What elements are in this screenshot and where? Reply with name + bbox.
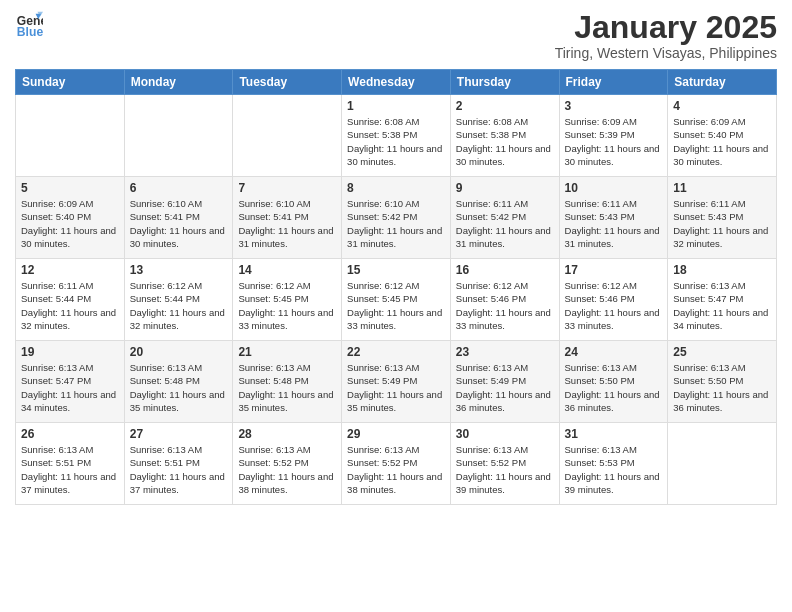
weekday-header-tuesday: Tuesday: [233, 70, 342, 95]
calendar-cell: [668, 423, 777, 505]
calendar-cell: [16, 95, 125, 177]
week-row-2: 5Sunrise: 6:09 AMSunset: 5:40 PMDaylight…: [16, 177, 777, 259]
logo-icon: General Blue: [15, 10, 43, 38]
day-number: 24: [565, 345, 663, 359]
calendar-cell: [124, 95, 233, 177]
day-number: 9: [456, 181, 554, 195]
day-info: Sunrise: 6:13 AMSunset: 5:53 PMDaylight:…: [565, 443, 663, 496]
day-info: Sunrise: 6:08 AMSunset: 5:38 PMDaylight:…: [456, 115, 554, 168]
day-number: 30: [456, 427, 554, 441]
day-info: Sunrise: 6:13 AMSunset: 5:50 PMDaylight:…: [673, 361, 771, 414]
day-info: Sunrise: 6:13 AMSunset: 5:52 PMDaylight:…: [456, 443, 554, 496]
weekday-header-saturday: Saturday: [668, 70, 777, 95]
day-number: 18: [673, 263, 771, 277]
day-number: 6: [130, 181, 228, 195]
day-info: Sunrise: 6:13 AMSunset: 5:52 PMDaylight:…: [347, 443, 445, 496]
day-number: 13: [130, 263, 228, 277]
calendar-cell: 23Sunrise: 6:13 AMSunset: 5:49 PMDayligh…: [450, 341, 559, 423]
day-number: 11: [673, 181, 771, 195]
day-info: Sunrise: 6:13 AMSunset: 5:47 PMDaylight:…: [673, 279, 771, 332]
day-info: Sunrise: 6:12 AMSunset: 5:46 PMDaylight:…: [456, 279, 554, 332]
day-number: 7: [238, 181, 336, 195]
calendar-cell: 26Sunrise: 6:13 AMSunset: 5:51 PMDayligh…: [16, 423, 125, 505]
calendar-cell: 15Sunrise: 6:12 AMSunset: 5:45 PMDayligh…: [342, 259, 451, 341]
day-info: Sunrise: 6:12 AMSunset: 5:45 PMDaylight:…: [347, 279, 445, 332]
day-info: Sunrise: 6:09 AMSunset: 5:40 PMDaylight:…: [673, 115, 771, 168]
calendar-cell: 14Sunrise: 6:12 AMSunset: 5:45 PMDayligh…: [233, 259, 342, 341]
day-number: 19: [21, 345, 119, 359]
day-info: Sunrise: 6:12 AMSunset: 5:46 PMDaylight:…: [565, 279, 663, 332]
day-number: 23: [456, 345, 554, 359]
calendar-cell: 1Sunrise: 6:08 AMSunset: 5:38 PMDaylight…: [342, 95, 451, 177]
svg-text:Blue: Blue: [17, 25, 43, 38]
day-info: Sunrise: 6:10 AMSunset: 5:42 PMDaylight:…: [347, 197, 445, 250]
calendar-cell: 28Sunrise: 6:13 AMSunset: 5:52 PMDayligh…: [233, 423, 342, 505]
day-number: 15: [347, 263, 445, 277]
day-info: Sunrise: 6:09 AMSunset: 5:39 PMDaylight:…: [565, 115, 663, 168]
calendar-cell: 19Sunrise: 6:13 AMSunset: 5:47 PMDayligh…: [16, 341, 125, 423]
day-number: 26: [21, 427, 119, 441]
day-number: 12: [21, 263, 119, 277]
day-info: Sunrise: 6:13 AMSunset: 5:47 PMDaylight:…: [21, 361, 119, 414]
calendar-cell: 4Sunrise: 6:09 AMSunset: 5:40 PMDaylight…: [668, 95, 777, 177]
calendar-cell: 22Sunrise: 6:13 AMSunset: 5:49 PMDayligh…: [342, 341, 451, 423]
day-number: 16: [456, 263, 554, 277]
day-number: 29: [347, 427, 445, 441]
week-row-1: 1Sunrise: 6:08 AMSunset: 5:38 PMDaylight…: [16, 95, 777, 177]
day-info: Sunrise: 6:13 AMSunset: 5:49 PMDaylight:…: [347, 361, 445, 414]
calendar-cell: 24Sunrise: 6:13 AMSunset: 5:50 PMDayligh…: [559, 341, 668, 423]
day-info: Sunrise: 6:11 AMSunset: 5:43 PMDaylight:…: [673, 197, 771, 250]
calendar-cell: 13Sunrise: 6:12 AMSunset: 5:44 PMDayligh…: [124, 259, 233, 341]
day-number: 4: [673, 99, 771, 113]
day-info: Sunrise: 6:13 AMSunset: 5:49 PMDaylight:…: [456, 361, 554, 414]
calendar-cell: 18Sunrise: 6:13 AMSunset: 5:47 PMDayligh…: [668, 259, 777, 341]
day-info: Sunrise: 6:11 AMSunset: 5:44 PMDaylight:…: [21, 279, 119, 332]
day-info: Sunrise: 6:08 AMSunset: 5:38 PMDaylight:…: [347, 115, 445, 168]
logo: General Blue: [15, 10, 43, 38]
calendar-cell: 2Sunrise: 6:08 AMSunset: 5:38 PMDaylight…: [450, 95, 559, 177]
calendar-cell: 17Sunrise: 6:12 AMSunset: 5:46 PMDayligh…: [559, 259, 668, 341]
day-number: 5: [21, 181, 119, 195]
day-number: 21: [238, 345, 336, 359]
calendar-cell: 6Sunrise: 6:10 AMSunset: 5:41 PMDaylight…: [124, 177, 233, 259]
day-number: 3: [565, 99, 663, 113]
calendar-cell: 30Sunrise: 6:13 AMSunset: 5:52 PMDayligh…: [450, 423, 559, 505]
page: General Blue January 2025 Tiring, Wester…: [0, 0, 792, 612]
calendar-cell: 5Sunrise: 6:09 AMSunset: 5:40 PMDaylight…: [16, 177, 125, 259]
week-row-4: 19Sunrise: 6:13 AMSunset: 5:47 PMDayligh…: [16, 341, 777, 423]
weekday-header-monday: Monday: [124, 70, 233, 95]
calendar-cell: 12Sunrise: 6:11 AMSunset: 5:44 PMDayligh…: [16, 259, 125, 341]
day-info: Sunrise: 6:11 AMSunset: 5:43 PMDaylight:…: [565, 197, 663, 250]
day-number: 22: [347, 345, 445, 359]
weekday-header-thursday: Thursday: [450, 70, 559, 95]
calendar-cell: 29Sunrise: 6:13 AMSunset: 5:52 PMDayligh…: [342, 423, 451, 505]
day-info: Sunrise: 6:13 AMSunset: 5:51 PMDaylight:…: [21, 443, 119, 496]
day-number: 25: [673, 345, 771, 359]
week-row-5: 26Sunrise: 6:13 AMSunset: 5:51 PMDayligh…: [16, 423, 777, 505]
day-number: 14: [238, 263, 336, 277]
day-info: Sunrise: 6:09 AMSunset: 5:40 PMDaylight:…: [21, 197, 119, 250]
weekday-header-row: SundayMondayTuesdayWednesdayThursdayFrid…: [16, 70, 777, 95]
day-number: 17: [565, 263, 663, 277]
calendar-cell: [233, 95, 342, 177]
day-info: Sunrise: 6:13 AMSunset: 5:51 PMDaylight:…: [130, 443, 228, 496]
week-row-3: 12Sunrise: 6:11 AMSunset: 5:44 PMDayligh…: [16, 259, 777, 341]
weekday-header-friday: Friday: [559, 70, 668, 95]
location-title: Tiring, Western Visayas, Philippines: [555, 45, 777, 61]
day-info: Sunrise: 6:10 AMSunset: 5:41 PMDaylight:…: [130, 197, 228, 250]
day-info: Sunrise: 6:13 AMSunset: 5:48 PMDaylight:…: [130, 361, 228, 414]
day-info: Sunrise: 6:12 AMSunset: 5:44 PMDaylight:…: [130, 279, 228, 332]
day-number: 20: [130, 345, 228, 359]
calendar-table: SundayMondayTuesdayWednesdayThursdayFrid…: [15, 69, 777, 505]
calendar-cell: 25Sunrise: 6:13 AMSunset: 5:50 PMDayligh…: [668, 341, 777, 423]
day-info: Sunrise: 6:13 AMSunset: 5:52 PMDaylight:…: [238, 443, 336, 496]
calendar-cell: 7Sunrise: 6:10 AMSunset: 5:41 PMDaylight…: [233, 177, 342, 259]
calendar-cell: 10Sunrise: 6:11 AMSunset: 5:43 PMDayligh…: [559, 177, 668, 259]
calendar-cell: 9Sunrise: 6:11 AMSunset: 5:42 PMDaylight…: [450, 177, 559, 259]
day-info: Sunrise: 6:11 AMSunset: 5:42 PMDaylight:…: [456, 197, 554, 250]
calendar-cell: 31Sunrise: 6:13 AMSunset: 5:53 PMDayligh…: [559, 423, 668, 505]
day-number: 1: [347, 99, 445, 113]
header: General Blue January 2025 Tiring, Wester…: [15, 10, 777, 61]
calendar-cell: 16Sunrise: 6:12 AMSunset: 5:46 PMDayligh…: [450, 259, 559, 341]
day-info: Sunrise: 6:10 AMSunset: 5:41 PMDaylight:…: [238, 197, 336, 250]
